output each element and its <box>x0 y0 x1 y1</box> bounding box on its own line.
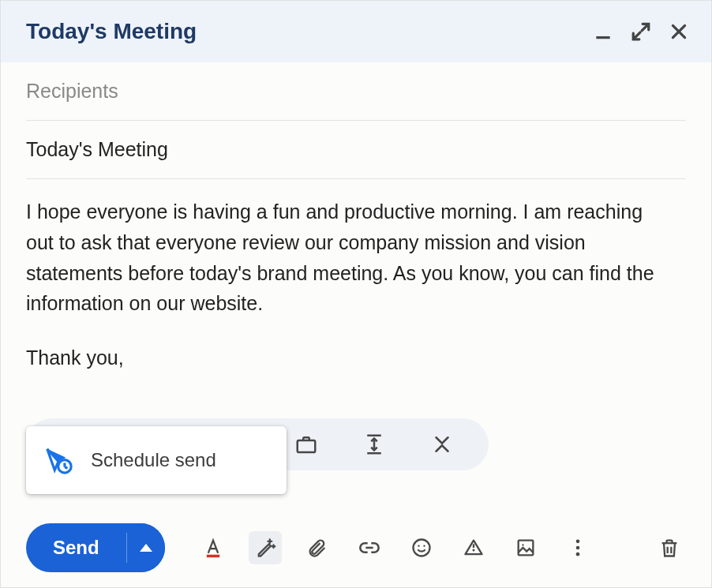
send-dropdown-button[interactable] <box>127 523 165 572</box>
svg-rect-22 <box>518 541 533 556</box>
minimize-icon[interactable] <box>593 21 613 42</box>
svg-rect-5 <box>298 440 316 452</box>
svg-point-23 <box>522 544 523 545</box>
discard-draft-icon[interactable] <box>653 531 686 564</box>
svg-point-16 <box>413 540 429 556</box>
svg-line-1 <box>642 24 648 31</box>
compose-title: Today's Meeting <box>26 19 593 44</box>
svg-line-2 <box>634 32 640 39</box>
compose-header: Today's Meeting <box>1 1 711 62</box>
send-button[interactable]: Send <box>26 523 126 572</box>
subject-field[interactable]: Today's Meeting <box>26 121 686 179</box>
svg-marker-12 <box>140 544 152 552</box>
compose-toolbar: Send <box>1 508 711 587</box>
schedule-send-icon <box>43 445 73 475</box>
window-controls <box>593 21 689 42</box>
svg-point-24 <box>575 540 579 544</box>
svg-point-20 <box>472 549 474 551</box>
schedule-send-menu-item[interactable]: Schedule send <box>26 426 287 494</box>
collapse-icon[interactable] <box>430 433 454 456</box>
svg-point-25 <box>575 546 579 550</box>
send-split-button: Send <box>26 523 165 572</box>
insert-image-icon[interactable] <box>509 531 542 564</box>
svg-point-17 <box>418 545 419 547</box>
briefcase-icon[interactable] <box>294 433 318 456</box>
svg-point-18 <box>423 545 425 547</box>
expand-vertical-icon[interactable] <box>362 433 386 456</box>
text-format-icon[interactable] <box>197 531 230 564</box>
insert-link-icon[interactable] <box>353 531 386 564</box>
body-paragraph[interactable]: I hope everyone is having a fun and prod… <box>26 197 669 319</box>
compose-window: Today's Meeting Recipients Tod <box>0 0 712 588</box>
expand-icon[interactable] <box>631 21 651 42</box>
close-icon[interactable] <box>669 21 689 42</box>
body-text[interactable]: I hope everyone is having a fun and prod… <box>26 197 686 373</box>
recipients-field[interactable]: Recipients <box>26 62 686 121</box>
attach-file-icon[interactable] <box>301 531 334 564</box>
insert-drive-icon[interactable] <box>457 531 490 564</box>
magic-write-icon[interactable] <box>249 531 282 564</box>
insert-emoji-icon[interactable] <box>405 531 438 564</box>
svg-line-11 <box>65 466 67 468</box>
schedule-send-label: Schedule send <box>91 449 216 471</box>
more-options-icon[interactable] <box>561 531 594 564</box>
formatting-toolbar <box>197 531 594 564</box>
body-signoff[interactable]: Thank you, <box>26 343 669 373</box>
svg-point-26 <box>575 552 579 556</box>
